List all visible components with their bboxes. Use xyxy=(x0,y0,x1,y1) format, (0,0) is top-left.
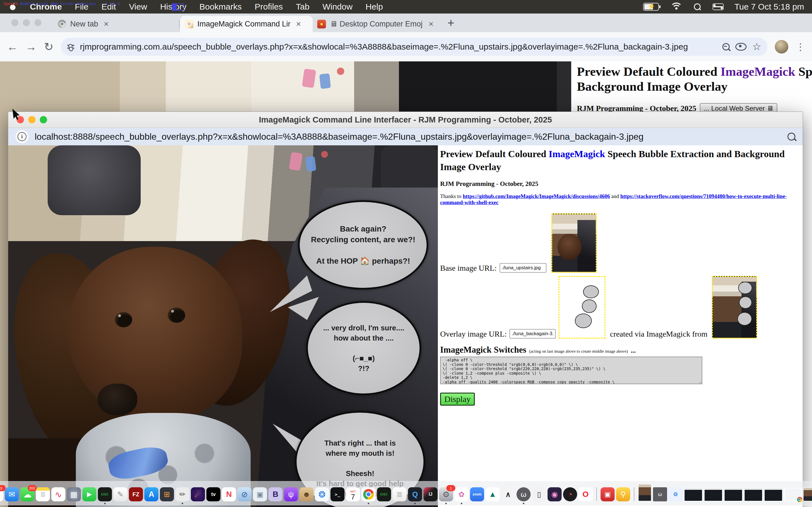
imagemagick-switches-textarea[interactable]: -alpha off \ \( -clone 0 -color-threshol… xyxy=(440,356,702,384)
dock-item-tips-lamp[interactable]: ⚲ xyxy=(616,487,630,501)
popup-minimize-button[interactable] xyxy=(28,116,36,123)
wifi-icon[interactable] xyxy=(671,3,682,11)
dock-item-firefox[interactable]: ☄ xyxy=(191,487,205,501)
new-tab-button[interactable]: + xyxy=(448,16,455,30)
dock-item-news[interactable]: N xyxy=(222,487,236,501)
dock-item-minimized-terminal-window-2[interactable] xyxy=(704,487,723,501)
dock-item-textedit[interactable]: ✎ xyxy=(113,487,128,501)
dock-item-inkscape[interactable]: ∧ xyxy=(501,487,515,501)
bookmark-star-icon[interactable]: ☆ xyxy=(752,41,761,53)
dock-item-textedit-2[interactable]: ≣ xyxy=(393,487,407,501)
dock-item-minimized-mamp[interactable]: ω xyxy=(653,487,667,501)
overlay-image-thumbnail[interactable] xyxy=(559,276,605,339)
dock-item-contacts[interactable]: ☻ xyxy=(299,487,313,501)
bubble-line: where my mouth is! xyxy=(326,448,395,458)
menu-item-profiles[interactable]: Profiles xyxy=(255,2,283,11)
dock-item-opera[interactable]: O xyxy=(578,487,593,501)
control-center-icon[interactable] xyxy=(712,3,723,10)
dock-item-paint-palette[interactable]: ✿ xyxy=(455,487,469,501)
menu-item-help[interactable]: Help xyxy=(365,2,383,11)
github-discussion-link[interactable]: https://github.com/ImageMagick/ImageMagi… xyxy=(463,193,610,199)
zoom-out-icon[interactable] xyxy=(722,43,730,50)
minimize-window-button[interactable] xyxy=(23,19,30,26)
dock-item-terminal[interactable]: >_ xyxy=(331,487,345,501)
chrome-menu-icon[interactable]: ⋮ xyxy=(796,41,805,52)
dock-item-facetime[interactable]: ▶ xyxy=(82,487,96,501)
menu-item-window[interactable]: Window xyxy=(322,2,353,11)
dock-item-health-wave[interactable]: ∿ xyxy=(51,487,65,501)
popup-url-bar[interactable]: i localhost:8888/speech_bubble_overlays.… xyxy=(8,128,803,145)
popup-zoom-button[interactable] xyxy=(40,116,47,123)
forward-button[interactable]: → xyxy=(26,41,37,53)
dock-item-calendar[interactable]: OCT7 xyxy=(346,487,360,501)
dock-item-filezilla[interactable]: FZ xyxy=(129,487,143,501)
dock-item-apple-tv[interactable]: tv xyxy=(206,487,220,501)
dock-item-mail[interactable]: ✉ xyxy=(5,487,19,501)
dock-item-minimized-terminal-window-5[interactable] xyxy=(764,487,783,501)
dock-item-photo-utility[interactable]: ▣ xyxy=(601,487,615,501)
tab-close-icon[interactable]: × xyxy=(428,19,434,29)
battery-icon[interactable]: ⚡ xyxy=(643,3,659,11)
display-button[interactable]: Display xyxy=(440,393,475,406)
dock-item-hamster-app[interactable]: ◉ xyxy=(548,487,562,501)
dock-item-gimp[interactable]: ✏ xyxy=(175,487,190,501)
dock-item-intellij-idea[interactable]: IJ xyxy=(423,487,438,501)
dock-item-chrome[interactable] xyxy=(361,487,375,501)
dock-item-iphone-mirroring[interactable]: ▯ xyxy=(532,487,546,501)
site-info-icon[interactable]: i xyxy=(15,130,29,143)
dock-item-gauge-app[interactable]: ◔ xyxy=(563,487,577,501)
dock-item-calculator[interactable]: ⊞ xyxy=(160,487,174,501)
dock-item-minimized-terminal-window-3[interactable] xyxy=(724,487,743,501)
base-image-thumbnail[interactable] xyxy=(552,214,597,273)
popup-close-button[interactable] xyxy=(17,116,24,123)
profile-avatar[interactable] xyxy=(775,40,788,54)
dock-item-image-viewer[interactable]: ▣ xyxy=(253,487,267,501)
tab-new-tab[interactable]: New tab × xyxy=(53,16,179,32)
dock-item-app-store[interactable]: A xyxy=(144,487,158,501)
dock-item-minimized-safari[interactable]: ❂ xyxy=(668,487,682,501)
tab-close-icon[interactable]: × xyxy=(296,19,301,29)
imagemagick-link[interactable]: ImageMagick xyxy=(721,64,795,78)
dock-item-minimized-terminal-window-1[interactable] xyxy=(684,487,703,501)
overlay-image-input[interactable] xyxy=(509,329,556,339)
dock-item-prohibited-app[interactable]: ⊘ xyxy=(238,487,252,501)
dock-item-minimized-chrome-window-1[interactable] xyxy=(803,487,812,501)
address-bar-url[interactable]: rjmprogramming.com.au/speech_bubble_over… xyxy=(80,42,717,52)
page-title-line1: Preview Default Coloured ImageMagick Spe… xyxy=(577,64,812,79)
base-image-input[interactable] xyxy=(500,263,546,273)
dock-item-notes[interactable]: ≣ xyxy=(36,487,50,501)
dock-item-minimized-terminal-window-4[interactable] xyxy=(744,487,763,501)
dock-item-safari[interactable]: ❂ xyxy=(315,487,329,501)
reload-button[interactable]: ↻ xyxy=(44,40,54,53)
address-bar[interactable]: rjmprogramming.com.au/speech_bubble_over… xyxy=(61,38,767,56)
preview-eye-icon[interactable] xyxy=(735,43,747,51)
dock-item-minimized-image-window[interactable] xyxy=(638,484,652,501)
dock-item-quicktime[interactable]: Q xyxy=(408,487,422,501)
dock-item-bbedit[interactable]: B xyxy=(268,487,283,501)
zoom-window-button[interactable] xyxy=(35,19,42,26)
popup-title-bar[interactable]: ImageMagick Command Line Interfacer - RJ… xyxy=(8,112,803,128)
dock-item-graphics-triangle[interactable]: ▲ xyxy=(486,487,500,501)
popup-search-icon[interactable] xyxy=(788,133,795,140)
tab-imagemagick[interactable]: ✧ ImageMagick Command Line × xyxy=(180,16,313,32)
spotlight-icon[interactable] xyxy=(694,3,701,10)
menu-clock[interactable]: Tue 7 Oct 5:18 pm xyxy=(734,2,804,11)
tab-close-icon[interactable]: × xyxy=(104,19,109,29)
source-image-thumbnail[interactable] xyxy=(712,276,757,339)
site-settings-icon[interactable] xyxy=(67,43,74,50)
menu-item-view[interactable]: View xyxy=(129,2,147,11)
menu-item-tab[interactable]: Tab xyxy=(296,2,309,11)
dock-item-terminal-exec-2[interactable]: EXEC xyxy=(377,487,391,501)
dock-item-mamp[interactable]: ω xyxy=(516,487,530,501)
close-window-button[interactable] xyxy=(11,19,18,26)
window-traffic-lights[interactable] xyxy=(11,19,42,26)
popup-url[interactable]: localhost:8888/speech_bubble_overlays.ph… xyxy=(35,131,781,142)
dock-item-launchpad[interactable]: ▦ xyxy=(67,487,81,501)
back-button[interactable]: ← xyxy=(7,41,18,53)
menu-item-bookmarks[interactable]: Bookmarks xyxy=(199,2,242,11)
dock-item-podcasts[interactable]: ψ xyxy=(284,487,298,501)
imagemagick-link[interactable]: ImageMagick xyxy=(549,149,605,159)
dock-item-zoom[interactable]: zoom xyxy=(470,487,484,501)
tab-desktop-computer-emoji[interactable]: ☻ 🖥 Desktop Computer Emoji | × xyxy=(313,16,442,32)
dock-item-terminal-exec[interactable]: EXEC xyxy=(98,487,112,501)
